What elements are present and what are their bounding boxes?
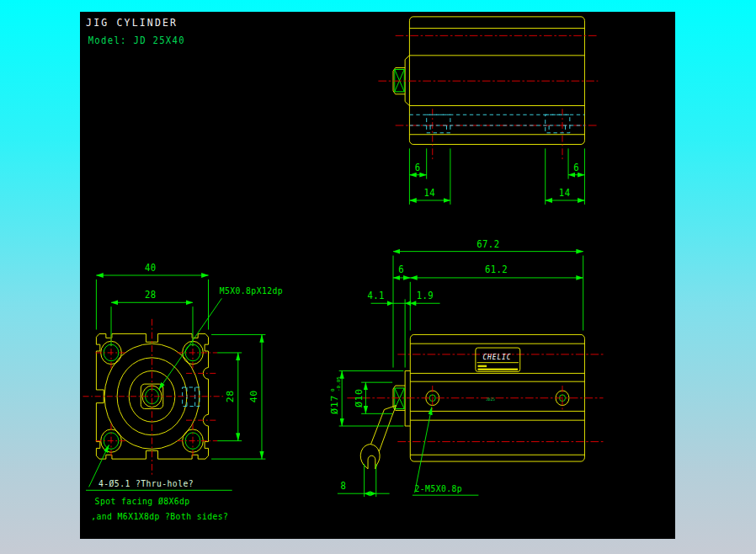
dim-port-offset: 6 [398,264,404,276]
note-port-thread: 2-M5X0.8p [415,483,462,494]
drawing-model: Model: JD 25X40 [88,35,185,47]
dim-flange-tol-upper: 0 [331,388,336,392]
note-both-sides: ,and M6X1X8dp ?Both sides? [91,510,228,521]
dim-hole-offset-right: 14 [559,188,571,200]
logo-fine-print-bar [478,369,519,370]
drawing-title: JIG CYLINDER [86,16,178,29]
front-view-dimensions: 40 28 28 40 [86,263,283,521]
note-thru-hole: 4-Ø5.1 ?Thru-hole? [98,478,194,489]
dim-body-length: 61.2 [485,264,508,276]
dim-wrench-flats: 8 [341,481,347,493]
chelic-logo: CHELIC [476,348,520,371]
note-spot-facing: Spot facing Ø8X6dp [95,495,190,506]
dim-flange-tol-lower: -0.05 [337,376,342,392]
dim-bolt-spacing-h: 28 [145,290,157,301]
brand-label: CHELIC [482,352,511,361]
drawing-canvas[interactable]: JIG CYLINDER Model: JD 25X40 [80,12,675,539]
top-view-hidden-lines [409,115,584,133]
dim-hole-offset-left: 14 [423,188,435,200]
front-view: 40 28 28 40 [83,263,284,521]
cad-drawing: JIG CYLINDER Model: JD 25X40 [80,12,675,539]
logo-fine-print-bar [478,365,487,367]
top-view: 6 6 14 14 [378,17,598,205]
dim-total-length: 67.2 [476,238,499,250]
top-view-dimensions: 6 6 14 14 [409,148,584,205]
dim-rod-extension: 4.1 [368,290,385,302]
viewer-backdrop: JIG CYLINDER Model: JD 25X40 [0,0,756,554]
dim-rod-gap: 1.9 [417,290,434,302]
side-view-dimensions: 67.2 6 61.2 4.1 1.9 Ø17 0 [329,238,583,497]
dim-rod-diameter: Ø10 [354,388,365,408]
body-stamp-label: JD25 [486,397,495,401]
dim-port-offset-left: 6 [415,162,421,173]
note-center-thread: M5X0.8pX12dp [220,285,283,296]
wrench-icon [360,406,396,469]
dim-body-width: 40 [145,263,157,274]
dim-port-offset-right: 6 [573,162,579,173]
title-block: JIG CYLINDER Model: JD 25X40 [86,16,185,46]
dim-bolt-spacing-v: 28 [225,390,235,402]
dim-body-height: 40 [248,390,258,402]
top-view-centerlines [378,35,598,162]
side-view: CHELIC JD25 67.2 [329,238,603,497]
dim-flange-diameter: Ø17 [329,395,339,414]
